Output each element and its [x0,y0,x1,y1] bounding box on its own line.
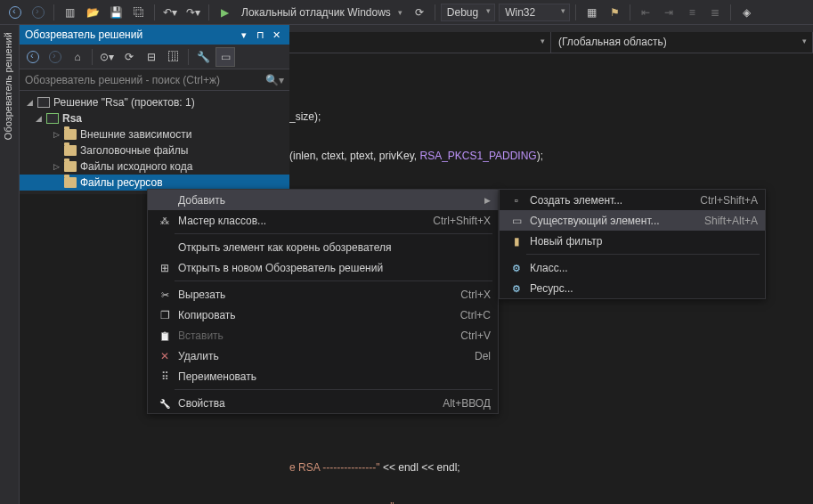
nav-back-button[interactable] [5,3,25,22]
add-submenu: Создать элемент... Ctrl+Shift+A Существу… [499,189,766,299]
refresh-icon[interactable]: ⟳ [410,3,429,22]
preview-icon[interactable]: ▭ [215,47,235,67]
menu-class-wizard[interactable]: Мастер классов... Ctrl+Shift+X [148,210,498,231]
nav-forward-button[interactable] [28,3,48,22]
layout-icon[interactable]: ▦ [581,3,601,22]
folder-icon [64,177,77,188]
rename-icon [155,370,175,383]
debugger-label[interactable]: Локальный отладчик Windows [238,6,394,19]
show-all-icon[interactable]: ⿲ [164,47,183,67]
undo-icon[interactable]: ↶▾ [160,3,180,22]
tree-sources[interactable]: ▷ Файлы исходного кода [20,159,289,175]
menu-class[interactable]: Класс... [500,257,765,278]
comment-icon[interactable]: ≡ [682,3,702,22]
solution-tree: ◢ Решение "Rsa" (проектов: 1) ◢ Rsa ▷ Вн… [20,91,289,194]
code-text: _size); [289,110,321,123]
find-icon[interactable]: ⚑ [605,3,624,22]
tree-label: Rsa [62,112,82,125]
menu-add[interactable]: Добавить ▶ [148,190,498,210]
solution-icon [37,97,50,108]
code-text: е RSA ---------------" [289,461,380,474]
properties-icon[interactable]: 🔧 [193,47,213,67]
submenu-arrow-icon: ▶ [484,196,491,205]
code-text: << endl << endl; [380,461,460,474]
tree-label: Внешние зависимости [80,128,191,141]
expand-icon[interactable]: ◢ [34,114,43,123]
menu-resource[interactable]: Ресурс... [500,278,765,298]
panel-titlebar: Обозреватель решений ▾ ⊓ ✕ [20,25,289,45]
delete-icon [155,350,175,362]
code-text: (inlen, ctext, ptext, privKey, [289,150,420,162]
config-combo[interactable]: Debug [441,4,495,21]
bookmark-icon[interactable]: ◈ [736,3,756,22]
redo-icon[interactable]: ↷▾ [183,3,203,22]
folder-icon [507,235,526,248]
open-icon[interactable]: 📂 [83,3,102,22]
tree-solution[interactable]: ◢ Решение "Rsa" (проектов: 1) [20,94,289,110]
main-toolbar: ▥ 📂 💾 ⿻ ↶▾ ↷▾ ▶ Локальный отладчик Windo… [0,0,813,25]
folder-icon [64,129,77,140]
class-wizard-icon [155,215,175,227]
expand-icon[interactable]: ▷ [52,130,61,139]
side-tab-strip: Обозреватель решений [0,25,20,504]
menu-new-item[interactable]: Создать элемент... Ctrl+Shift+A [500,190,765,210]
code-text: ); [537,150,543,162]
save-all-icon[interactable]: ⿻ [129,3,149,22]
nav-left-combo[interactable] [289,32,551,53]
code-text: RSA_PKCS1_PADDING [420,150,537,162]
sync-icon[interactable]: ⊙▾ [97,47,117,67]
uncomment-icon[interactable]: ≣ [705,3,725,22]
properties-icon [155,397,175,410]
menu-paste: Вставить Ctrl+V [148,325,498,345]
search-icon[interactable]: 🔍▾ [265,74,284,86]
menu-new-filter[interactable]: Новый фильтр [500,231,765,251]
panel-dropdown-icon[interactable]: ▾ [236,29,252,41]
code-text: я возврата в меню..." [289,500,394,504]
new-window-icon [155,262,175,274]
panel-close-icon[interactable]: ✕ [268,29,284,41]
solution-explorer-panel: Обозреватель решений ▾ ⊓ ✕ ⌂ ⊙▾ ⟳ ⊟ ⿲ 🔧 … [20,25,289,194]
tree-label: Файлы ресурсов [80,176,163,189]
existing-item-icon [507,215,526,227]
menu-properties[interactable]: Свойства Alt+ВВОД [148,393,498,413]
outdent-icon[interactable]: ⇥ [659,3,679,22]
menu-open-root[interactable]: Открыть элемент как корень обозревателя [148,237,498,257]
panel-pin-icon[interactable]: ⊓ [252,29,268,41]
menu-cut[interactable]: Вырезать Ctrl+X [148,284,498,305]
menu-open-new[interactable]: Открыть в новом Обозреватель решений [148,257,498,278]
start-debug-icon[interactable]: ▶ [215,3,234,22]
home-icon[interactable]: ⌂ [68,47,87,67]
menu-delete[interactable]: Удалить Del [148,345,498,366]
editor-nav-bar: (Глобальная область) [289,32,813,53]
tree-label: Файлы исходного кода [80,160,192,173]
new-item-icon [507,194,526,207]
folder-icon [64,145,77,156]
copy-icon [155,309,175,321]
paste-icon [155,329,175,342]
forward-icon[interactable] [45,47,65,67]
search-placeholder: Обозреватель решений - поиск (Ctrl+ж) [25,74,220,86]
back-icon[interactable] [23,47,43,67]
nav-scope-combo[interactable]: (Глобальная область) [551,32,813,53]
panel-title-text: Обозреватель решений [25,28,142,41]
tree-ext-deps[interactable]: ▷ Внешние зависимости [20,126,289,142]
collapse-icon[interactable]: ⊟ [142,47,161,67]
menu-existing-item[interactable]: Существующий элемент... Shift+Alt+A [500,210,765,231]
tree-headers[interactable]: Заголовочные файлы [20,142,289,159]
tree-label: Заголовочные файлы [80,144,188,157]
expand-icon[interactable]: ▷ [52,162,61,171]
solution-explorer-tab[interactable]: Обозреватель решений [0,25,16,147]
panel-search[interactable]: Обозреватель решений - поиск (Ctrl+ж) 🔍▾ [20,69,289,91]
save-icon[interactable]: 💾 [106,3,126,22]
platform-combo[interactable]: Win32 [499,4,570,21]
project-icon [46,113,59,124]
menu-copy[interactable]: Копировать Ctrl+C [148,305,498,325]
refresh-tree-icon[interactable]: ⟳ [119,47,139,67]
tree-label: Решение "Rsa" (проектов: 1) [53,96,195,109]
panel-toolbar: ⌂ ⊙▾ ⟳ ⊟ ⿲ 🔧 ▭ [20,45,289,69]
expand-icon[interactable]: ◢ [25,98,34,107]
new-project-icon[interactable]: ▥ [60,3,79,22]
indent-icon[interactable]: ⇤ [636,3,655,22]
tree-project[interactable]: ◢ Rsa [20,110,289,126]
menu-rename[interactable]: Переименовать [148,366,498,386]
